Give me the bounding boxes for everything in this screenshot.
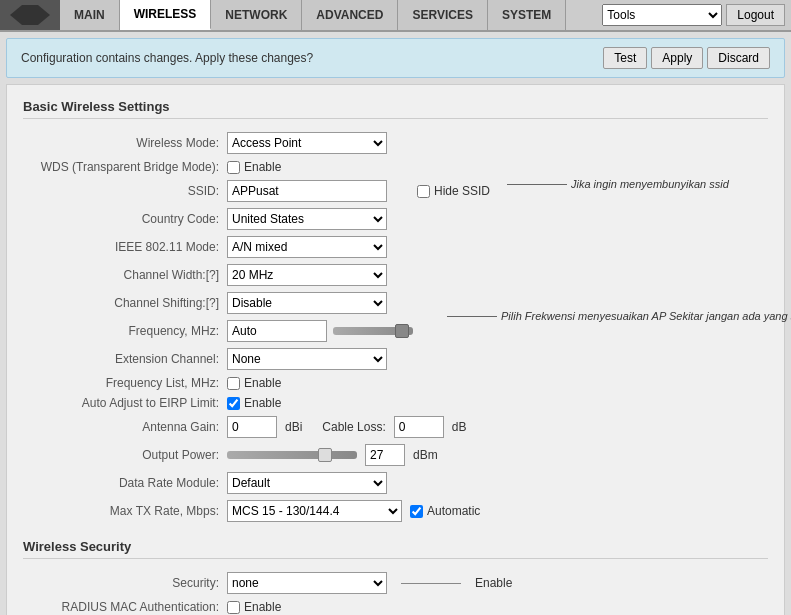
tab-services[interactable]: SERVICES [398,0,487,30]
channel-width-label: Channel Width:[?] [23,261,223,289]
auto-adjust-enable-text: Enable [244,396,281,410]
frequency-list-enable-label[interactable]: Enable [227,376,764,390]
auto-adjust-checkbox[interactable] [227,397,240,410]
max-tx-row: Max TX Rate, Mbps: MCS 15 - 130/144.4 Au… [23,497,768,525]
data-rate-select[interactable]: Default [227,472,387,494]
antenna-gain-input[interactable] [227,416,277,438]
security-label: Security: [23,569,223,597]
frequency-annotation-line [447,316,497,317]
country-code-label: Country Code: [23,205,223,233]
frequency-list-enable-text: Enable [244,376,281,390]
max-tx-cell: MCS 15 - 130/144.4 Automatic [223,497,768,525]
wds-cell: Enable [223,157,768,177]
tab-system[interactable]: SYSTEM [488,0,566,30]
security-row: Security: none Enable [23,569,768,597]
automatic-checkbox[interactable] [410,505,423,518]
tools-select[interactable]: Tools [602,4,722,26]
cable-loss-input[interactable] [394,416,444,438]
antenna-gain-cell: dBi Cable Loss: dB [223,413,768,441]
output-power-row: Output Power: dBm [23,441,768,469]
channel-width-select[interactable]: 20 MHz [227,264,387,286]
output-power-group: dBm [227,444,764,466]
max-tx-select[interactable]: MCS 15 - 130/144.4 [227,500,402,522]
radius-enable-label[interactable]: Enable [227,600,764,614]
auto-adjust-cell: Enable [223,393,768,413]
radius-label: RADIUS MAC Authentication: [23,597,223,615]
radius-row: RADIUS MAC Authentication: Enable [23,597,768,615]
ssid-row: SSID: Hide SSID Jika ingin menyembunyika… [23,177,768,205]
frequency-annotation-area: Pilih Frekwensi menyesuaikan AP Sekitar … [447,308,791,325]
radius-cell: Enable [223,597,768,615]
tab-wireless[interactable]: WIRELESS [120,0,212,30]
extension-channel-label: Extension Channel: [23,345,223,373]
logout-button[interactable]: Logout [726,4,785,26]
cable-loss-label: Cable Loss: [322,420,385,434]
radius-enable-text: Enable [244,600,281,614]
output-power-input[interactable] [365,444,405,466]
frequency-row: Frequency, MHz: Pilih Frekwensi menyesua… [23,317,768,345]
wds-enable-label[interactable]: Enable [227,160,764,174]
max-tx-group: MCS 15 - 130/144.4 Automatic [227,500,764,522]
wds-checkbox[interactable] [227,161,240,174]
frequency-list-cell: Enable [223,373,768,393]
output-power-slider[interactable] [227,451,357,459]
channel-shifting-select[interactable]: Disable [227,292,387,314]
ssid-cell: Hide SSID Jika ingin menyembunyikan ssid [223,177,768,205]
alert-buttons: Test Apply Discard [603,47,770,69]
output-power-cell: dBm [223,441,768,469]
auto-adjust-row: Auto Adjust to EIRP Limit: Enable [23,393,768,413]
frequency-slider-handle[interactable] [395,324,409,338]
frequency-input[interactable] [227,320,327,342]
data-rate-row: Data Rate Module: Default [23,469,768,497]
channel-shifting-label: Channel Shifting:[?] [23,289,223,317]
hide-ssid-annotation-area: Jika ingin menyembunyikan ssid [507,176,729,193]
frequency-list-checkbox[interactable] [227,377,240,390]
frequency-cell: Pilih Frekwensi menyesuaikan AP Sekitar … [223,317,768,345]
radius-checkbox[interactable] [227,601,240,614]
country-code-row: Country Code: United States [23,205,768,233]
security-line [401,583,461,584]
wireless-security-table: Security: none Enable RADIUS MAC Authent… [23,569,768,615]
tab-advanced[interactable]: ADVANCED [302,0,398,30]
tab-network[interactable]: NETWORK [211,0,302,30]
wds-enable-text: Enable [244,160,281,174]
frequency-list-label: Frequency List, MHz: [23,373,223,393]
discard-button[interactable]: Discard [707,47,770,69]
hide-ssid-checkbox[interactable] [417,185,430,198]
data-rate-label: Data Rate Module: [23,469,223,497]
ieee-select[interactable]: A/N mixed [227,236,387,258]
frequency-label: Frequency, MHz: [23,317,223,345]
security-select[interactable]: none [227,572,387,594]
tools-area: Tools Logout [596,0,791,30]
data-rate-cell: Default [223,469,768,497]
wireless-mode-label: Wireless Mode: [23,129,223,157]
apply-button[interactable]: Apply [651,47,703,69]
antenna-gain-group: dBi [227,416,302,438]
frequency-slider[interactable] [333,327,413,335]
max-tx-label: Max TX Rate, Mbps: [23,497,223,525]
ssid-label: SSID: [23,177,223,205]
automatic-text: Automatic [427,504,480,518]
main-content: Basic Wireless Settings Wireless Mode: A… [6,84,785,615]
wireless-mode-row: Wireless Mode: Access Point [23,129,768,157]
security-group: none Enable [227,572,764,594]
wireless-mode-select[interactable]: Access Point [227,132,387,154]
antenna-gain-row: Antenna Gain: dBi Cable Loss: dB [23,413,768,441]
extension-channel-row: Extension Channel: None [23,345,768,373]
auto-adjust-label: Auto Adjust to EIRP Limit: [23,393,223,413]
hide-ssid-label[interactable]: Hide SSID [417,184,490,198]
auto-adjust-enable-label[interactable]: Enable [227,396,764,410]
ieee-row: IEEE 802.11 Mode: A/N mixed [23,233,768,261]
automatic-label[interactable]: Automatic [410,504,480,518]
test-button[interactable]: Test [603,47,647,69]
alert-bar: Configuration contains changes. Apply th… [6,38,785,78]
ssid-input[interactable] [227,180,387,202]
antenna-gain-label: Antenna Gain: [23,413,223,441]
country-code-select[interactable]: United States [227,208,387,230]
channel-width-row: Channel Width:[?] 20 MHz [23,261,768,289]
logo-icon [10,5,50,25]
tab-main[interactable]: MAIN [60,0,120,30]
extension-channel-select[interactable]: None [227,348,387,370]
output-power-handle[interactable] [318,448,332,462]
basic-wireless-heading: Basic Wireless Settings [23,99,768,119]
